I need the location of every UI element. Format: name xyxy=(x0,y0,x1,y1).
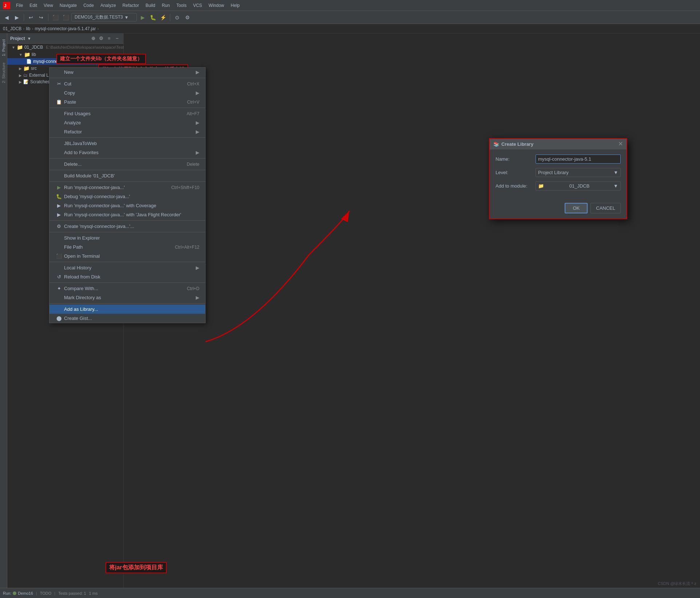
project-folder-icon: 📁 xyxy=(17,44,23,50)
cm-show-explorer[interactable]: Show in Explorer xyxy=(49,233,205,242)
cm-favorites[interactable]: Add to Favorites ▶ xyxy=(49,148,205,157)
breadcrumb-jar[interactable]: mysql-connector-java-5.1.47.jar xyxy=(35,26,96,31)
dialog-overlay: 📚 Create Library ✕ Name: Level: Project … xyxy=(489,138,627,219)
cm-cut-icon: ✂ xyxy=(55,81,63,87)
menu-code[interactable]: Code xyxy=(80,2,97,9)
cm-terminal[interactable]: ⬛Open in Terminal xyxy=(49,252,205,261)
annotation-lib: 建立一个文件夹lib（文件夹名随意） xyxy=(56,54,146,64)
breadcrumb-lib[interactable]: lib xyxy=(26,26,30,31)
dialog-module-dropdown[interactable]: 📁 01_JDCB ▼ xyxy=(536,181,621,190)
toolbar-btn3[interactable]: ⬛ xyxy=(51,13,60,22)
dialog-name-input[interactable] xyxy=(536,154,621,164)
panel-header-actions: ⊕ ⚙ ≡ − xyxy=(90,35,120,42)
cm-copy[interactable]: Copy ▶ xyxy=(49,88,205,97)
todo-label[interactable]: TODO xyxy=(40,591,52,595)
toolbar-forward[interactable]: ▶ xyxy=(12,13,21,22)
menu-help[interactable]: Help xyxy=(228,2,243,9)
toolbar-coverage[interactable]: ⚡ xyxy=(159,13,167,22)
cm-run[interactable]: ▶Run 'mysql-connector-java...' Ctrl+Shif… xyxy=(49,183,205,192)
side-tab-project[interactable]: 1: Project xyxy=(0,37,7,58)
menu-refactor[interactable]: Refactor xyxy=(120,2,142,9)
menu-window[interactable]: Window xyxy=(206,2,227,9)
cm-compare[interactable]: ✦Compare With... Ctrl+D xyxy=(49,284,205,293)
cm-analyze[interactable]: Analyze ▶ xyxy=(49,118,205,127)
side-tabs-left: 1: Project 2: Structure xyxy=(0,33,7,588)
dialog-module-label: Add to module: xyxy=(496,183,536,189)
run-config-selector[interactable]: DEMO16_元数据.TEST3 ▼ xyxy=(71,13,137,21)
menu-tools[interactable]: Tools xyxy=(174,2,190,9)
breadcrumb-project[interactable]: 01_JDCB xyxy=(3,26,21,31)
cm-jbl[interactable]: JBLJavaToWeb xyxy=(49,139,205,148)
menu-vcs[interactable]: VCS xyxy=(190,2,205,9)
cm-sep-1 xyxy=(49,78,205,78)
cm-delete[interactable]: Delete... Delete xyxy=(49,160,205,169)
panel-gear-btn[interactable]: ⚙ xyxy=(98,35,104,42)
cm-create-gist[interactable]: ⬤Create Gist... xyxy=(49,314,205,323)
toolbar-sep-1 xyxy=(24,14,24,21)
test-label: Tests passed: 1 xyxy=(58,591,86,595)
cm-cut[interactable]: ✂Cut Ctrl+X xyxy=(49,79,205,88)
tree-arrow-lib: ▼ xyxy=(19,53,23,57)
dialog-ok-button[interactable]: OK xyxy=(565,203,588,213)
cm-local-history[interactable]: Local History ▶ xyxy=(49,263,205,272)
breadcrumb-sep-1: › xyxy=(23,26,24,31)
breadcrumb-bar: 01_JDCB › lib › mysql-connector-java-5.1… xyxy=(0,24,700,33)
bottom-sep-1: | xyxy=(36,591,37,595)
external-lib-icon: 🗂 xyxy=(23,73,28,78)
cm-new[interactable]: New ▶ xyxy=(49,68,205,77)
menu-navigate[interactable]: Navigate xyxy=(57,2,80,9)
toolbar-btn4[interactable]: ⬛ xyxy=(61,13,70,22)
cm-refactor[interactable]: Refactor ▶ xyxy=(49,127,205,136)
cm-fav-arrow: ▶ xyxy=(196,150,199,155)
panel-settings-btn[interactable]: ≡ xyxy=(106,35,112,42)
demo-label: Demo16 xyxy=(18,591,33,595)
toolbar-undo[interactable]: ↩ xyxy=(27,13,35,22)
dialog-level-row: Level: Project Library ▼ xyxy=(496,168,621,177)
dialog-close-btn[interactable]: ✕ xyxy=(618,141,623,147)
toolbar-profile[interactable]: ⊙ xyxy=(173,13,182,22)
cm-find-usages[interactable]: Find Usages Alt+F7 xyxy=(49,109,205,118)
dialog-footer: OK CANCEL xyxy=(490,200,627,218)
cm-run-flight[interactable]: ▶Run 'mysql-connector-java...' with 'Jav… xyxy=(49,210,205,219)
cm-sep-10 xyxy=(49,282,205,283)
run-tab[interactable]: Run: Demo16 xyxy=(3,591,33,595)
panel-dropdown[interactable]: ▼ xyxy=(27,36,31,41)
side-tab-structure[interactable]: 2: Structure xyxy=(0,60,7,85)
panel-scope-btn[interactable]: ⊕ xyxy=(90,35,96,42)
cm-run-coverage[interactable]: ▶Run 'mysql-connector-java...' with Cove… xyxy=(49,201,205,210)
toolbar-sep-3 xyxy=(170,14,170,21)
svg-text:J: J xyxy=(4,3,7,8)
cm-analyze-arrow: ▶ xyxy=(196,120,199,125)
dialog-titlebar: 📚 Create Library ✕ xyxy=(490,139,627,149)
cm-create[interactable]: ⚙Create 'mysql-connector-java...'... xyxy=(49,222,205,231)
menu-edit[interactable]: Edit xyxy=(27,2,40,9)
cm-sep-7 xyxy=(49,220,205,221)
cm-debug[interactable]: 🐛Debug 'mysql-connector-java...' xyxy=(49,192,205,201)
jar-file-icon: 📄 xyxy=(26,59,32,64)
tree-item-project[interactable]: ▼ 📁 01_JDCB E:\BaiduNetDiskWorkspace\wor… xyxy=(7,44,123,51)
menu-analyze[interactable]: Analyze xyxy=(98,2,119,9)
panel-title: Project xyxy=(10,36,25,41)
run-button[interactable]: ▶ xyxy=(138,13,147,22)
toolbar-redo[interactable]: ↪ xyxy=(37,13,45,22)
panel-close-btn[interactable]: − xyxy=(114,35,120,42)
toolbar-back[interactable]: ◀ xyxy=(2,13,11,22)
panel-header: Project ▼ ⊕ ⚙ ≡ − xyxy=(7,33,123,44)
breadcrumb-sep-2: › xyxy=(32,26,33,31)
cm-build-module[interactable]: Build Module '01_JDCB' xyxy=(49,171,205,180)
cm-paste[interactable]: 📋Paste Ctrl+V xyxy=(49,97,205,107)
bottom-bar: Run: Demo16 | TODO | Tests passed: 1 1 m… xyxy=(0,588,700,598)
dialog-level-dropdown[interactable]: Project Library ▼ xyxy=(536,168,621,177)
cm-mark-dir[interactable]: Mark Directory as ▶ xyxy=(49,293,205,302)
menu-build[interactable]: Build xyxy=(143,2,158,9)
dialog-cancel-button[interactable]: CANCEL xyxy=(590,203,621,213)
debug-button[interactable]: 🐛 xyxy=(148,13,157,22)
cm-reload[interactable]: ↺Reload from Disk xyxy=(49,272,205,281)
menu-run[interactable]: Run xyxy=(159,2,173,9)
menu-view[interactable]: View xyxy=(41,2,56,9)
toolbar-settings[interactable]: ⚙ xyxy=(183,13,192,22)
cm-file-path[interactable]: File Path Ctrl+Alt+F12 xyxy=(49,242,205,252)
menu-file[interactable]: File xyxy=(13,2,26,9)
cm-add-library[interactable]: Add as Library... xyxy=(49,305,205,314)
dialog-name-label: Name: xyxy=(496,156,536,162)
